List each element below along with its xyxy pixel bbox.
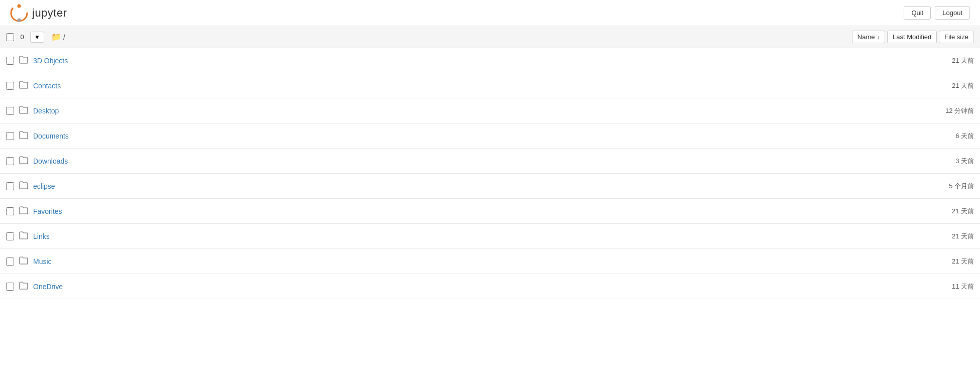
file-modified: 12 分钟前: [884, 106, 974, 115]
file-modified: 21 天前: [884, 257, 974, 266]
navbar-buttons: Quit Logout: [904, 6, 970, 20]
logout-button[interactable]: Logout: [935, 6, 970, 20]
svg-point-1: [18, 4, 21, 8]
file-modified: 6 天前: [884, 132, 974, 141]
select-count: 0: [17, 33, 27, 41]
file-name[interactable]: Favorites: [33, 207, 884, 215]
svg-point-2: [18, 18, 21, 22]
toolbar-left: 0 ▼ 📁 /: [6, 32, 848, 43]
file-modified: 21 天前: [884, 207, 974, 216]
file-modified: 11 天前: [884, 282, 974, 291]
folder-icon: [19, 181, 28, 191]
breadcrumb-path: /: [63, 33, 65, 41]
table-row: Links 21 天前: [0, 224, 980, 249]
table-row: Music 21 天前: [0, 249, 980, 274]
table-row: Contacts 21 天前: [0, 73, 980, 98]
toolbar: 0 ▼ 📁 / Name Last Modified File size: [0, 26, 980, 48]
folder-icon: [19, 131, 28, 141]
file-name[interactable]: Documents: [33, 132, 884, 140]
folder-icon: [19, 81, 28, 91]
file-modified: 21 天前: [884, 56, 974, 65]
sort-filesize-button[interactable]: File size: [939, 31, 974, 43]
file-name[interactable]: Desktop: [33, 107, 884, 115]
file-name[interactable]: 3D Objects: [33, 57, 884, 65]
table-row: 3D Objects 21 天前: [0, 48, 980, 73]
sort-name-button[interactable]: Name: [852, 31, 885, 43]
row-checkbox[interactable]: [6, 132, 14, 140]
file-name[interactable]: OneDrive: [33, 283, 884, 291]
row-checkbox[interactable]: [6, 157, 14, 165]
file-name[interactable]: Downloads: [33, 157, 884, 165]
file-list: 3D Objects 21 天前 Contacts 21 天前 Desktop …: [0, 48, 980, 299]
folder-icon: [19, 56, 28, 66]
file-modified: 5 个月前: [884, 182, 974, 191]
table-row: eclipse 5 个月前: [0, 174, 980, 199]
folder-icon: [19, 256, 28, 267]
breadcrumb: 📁 /: [51, 32, 65, 42]
quit-button[interactable]: Quit: [904, 6, 931, 20]
select-all-checkbox[interactable]: [6, 33, 14, 41]
folder-icon: [19, 282, 28, 292]
toolbar-right: Name Last Modified File size: [852, 31, 974, 43]
row-checkbox[interactable]: [6, 82, 14, 90]
brand-section: jupyter: [10, 4, 67, 22]
file-name[interactable]: eclipse: [33, 182, 884, 190]
table-row: Desktop 12 分钟前: [0, 98, 980, 123]
file-modified: 21 天前: [884, 81, 974, 90]
actions-dropdown-button[interactable]: ▼: [30, 32, 44, 43]
file-modified: 3 天前: [884, 157, 974, 166]
folder-icon: [19, 156, 28, 166]
navbar: jupyter Quit Logout: [0, 0, 980, 26]
row-checkbox[interactable]: [6, 257, 14, 266]
folder-icon: [19, 206, 28, 216]
table-row: OneDrive 11 天前: [0, 274, 980, 299]
file-name[interactable]: Links: [33, 232, 884, 240]
jupyter-logo-icon: [10, 4, 28, 22]
row-checkbox[interactable]: [6, 207, 14, 215]
folder-icon: 📁: [51, 32, 61, 42]
sort-modified-button[interactable]: Last Modified: [887, 31, 937, 43]
row-checkbox[interactable]: [6, 232, 14, 240]
row-checkbox[interactable]: [6, 182, 14, 190]
folder-icon: [19, 231, 28, 241]
file-name[interactable]: Music: [33, 257, 884, 266]
folder-icon: [19, 106, 28, 116]
row-checkbox[interactable]: [6, 107, 14, 115]
file-modified: 21 天前: [884, 232, 974, 241]
row-checkbox[interactable]: [6, 57, 14, 65]
app-title: jupyter: [32, 7, 67, 20]
table-row: Downloads 3 天前: [0, 149, 980, 174]
file-name[interactable]: Contacts: [33, 82, 884, 90]
table-row: Documents 6 天前: [0, 123, 980, 149]
row-checkbox[interactable]: [6, 283, 14, 291]
table-row: Favorites 21 天前: [0, 199, 980, 224]
